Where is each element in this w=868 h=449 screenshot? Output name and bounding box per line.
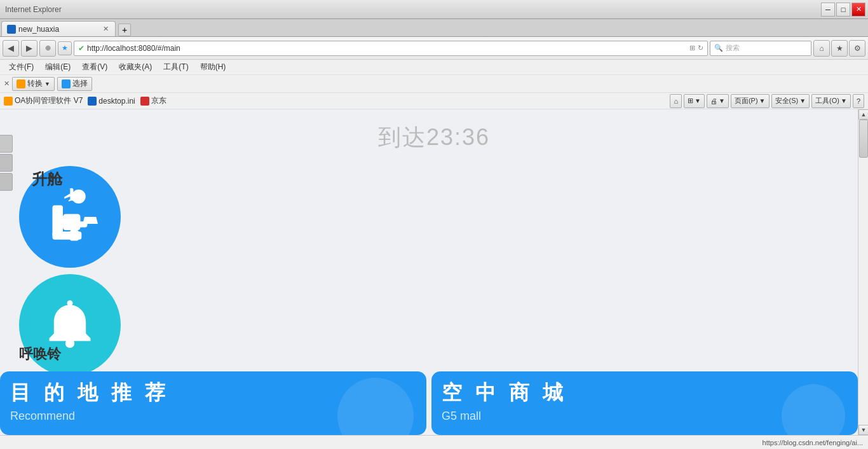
tools-button[interactable]: 工具(O) ▼ bbox=[811, 94, 851, 108]
page-label: 页面(P) bbox=[735, 96, 758, 106]
scroll-up-button[interactable]: ▲ bbox=[858, 109, 868, 120]
bookmark-oa-icon bbox=[4, 97, 13, 106]
scrollbar-thumb-area bbox=[858, 120, 868, 425]
left-tabs bbox=[0, 135, 13, 191]
left-tab-1[interactable] bbox=[0, 135, 13, 153]
right-controls: ⌂ ⊞ ▼ 🖨 ▼ 页面(P) ▼ 安全(S) ▼ 工具(O) ▼ bbox=[670, 94, 864, 108]
close-button[interactable]: ✕ bbox=[851, 3, 865, 17]
status-bar: https://blog.csdn.net/fenging/ai... bbox=[0, 435, 868, 449]
new-tab-button[interactable]: + bbox=[118, 24, 131, 36]
url-text: http://localhost:8080/#/main bbox=[87, 44, 687, 53]
bookmark-desktop[interactable]: desktop.ini bbox=[88, 97, 135, 106]
bookmark-desktop-label: desktop.ini bbox=[98, 97, 135, 106]
refresh-icon: ↻ bbox=[698, 44, 703, 52]
convert-icon bbox=[17, 79, 25, 88]
menu-help[interactable]: 帮助(H) bbox=[195, 60, 231, 74]
svg-point-6 bbox=[65, 339, 74, 348]
title-bar-controls: ─ □ ✕ bbox=[821, 3, 865, 17]
home-nav-button[interactable]: ⌂ bbox=[813, 40, 830, 57]
feed-button[interactable]: ⊞ ▼ bbox=[684, 94, 705, 108]
print-dropdown: ▼ bbox=[719, 97, 725, 104]
left-tab-3[interactable] bbox=[0, 173, 13, 191]
tools-label: 工具(O) bbox=[815, 96, 839, 106]
menu-tools[interactable]: 工具(T) bbox=[158, 60, 193, 74]
scrollbar-thumb[interactable] bbox=[859, 120, 868, 158]
home-right-icon: ⌂ bbox=[674, 97, 678, 105]
help-button[interactable]: ? bbox=[853, 94, 864, 108]
menu-file[interactable]: 文件(F) bbox=[4, 60, 39, 74]
tools-dropdown: ▼ bbox=[841, 97, 847, 104]
menu-bar: 文件(F) 编辑(E) 查看(V) 收藏夹(A) 工具(T) 帮助(H) bbox=[0, 60, 868, 75]
refresh-stop-button[interactable]: ⊕ bbox=[39, 40, 56, 57]
browser-tab[interactable]: new_huaxia ✕ bbox=[1, 21, 116, 36]
close-toolbar-icon[interactable]: ✕ bbox=[4, 79, 10, 88]
search-box[interactable]: 🔍 搜索 bbox=[710, 41, 811, 56]
back-button[interactable]: ◀ bbox=[3, 40, 19, 57]
feed-icon: ⊞ bbox=[688, 97, 693, 105]
settings-nav-button[interactable]: ⚙ bbox=[849, 40, 865, 57]
favorites-nav-button[interactable]: ★ bbox=[831, 40, 848, 57]
print-icon: 🖨 bbox=[710, 97, 717, 105]
safety-label: 安全(S) bbox=[775, 96, 799, 106]
search-placeholder: 搜索 bbox=[726, 43, 740, 53]
tab-favicon bbox=[7, 25, 16, 34]
minimize-button[interactable]: ─ bbox=[821, 3, 835, 17]
page-dropdown: ▼ bbox=[759, 97, 766, 104]
tab-close-button[interactable]: ✕ bbox=[101, 25, 110, 34]
home-right-button[interactable]: ⌂ bbox=[670, 94, 682, 108]
restore-button[interactable]: □ bbox=[836, 3, 850, 17]
select-label: 选择 bbox=[72, 78, 88, 89]
bookmark-desktop-icon bbox=[88, 97, 97, 106]
safety-dropdown: ▼ bbox=[799, 97, 806, 104]
scrollbar: ▲ ▼ bbox=[858, 109, 868, 435]
bookmark-oa[interactable]: OA协同管理软件 V7 bbox=[4, 95, 83, 106]
print-button[interactable]: 🖨 ▼ bbox=[707, 94, 729, 108]
bookmark-jd-label: 京东 bbox=[151, 95, 166, 106]
bookmark-jd-icon bbox=[140, 97, 149, 106]
left-tab-2[interactable] bbox=[0, 154, 13, 172]
call-bell-label: 呼唤铃 bbox=[19, 345, 61, 364]
nav-bar: ◀ ▶ ⊕ ★ ✔ http://localhost:8080/#/main ⊞… bbox=[0, 37, 868, 60]
favorites-icon[interactable]: ★ bbox=[58, 41, 72, 55]
content-area: 到达23:36 bbox=[0, 109, 868, 435]
select-icon bbox=[62, 79, 71, 88]
bookmarks-bar: OA协同管理软件 V7 desktop.ini 京东 ⌂ ⊞ ▼ 🖨 ▼ 页面( bbox=[0, 93, 868, 109]
bookmark-jd[interactable]: 京东 bbox=[140, 95, 166, 106]
select-button[interactable]: 选择 bbox=[57, 77, 92, 91]
svg-rect-5 bbox=[70, 230, 79, 241]
arrival-time: 到达23:36 bbox=[13, 122, 855, 153]
title-bar: Internet Explorer ─ □ ✕ bbox=[0, 0, 868, 19]
menu-favorites[interactable]: 收藏夹(A) bbox=[114, 60, 157, 74]
toolbar: ✕ 转换 ▼ 选择 bbox=[0, 75, 868, 93]
status-url: https://blog.csdn.net/fenging/ai... bbox=[763, 439, 863, 446]
icons-column: 升舱 bbox=[13, 166, 855, 376]
destination-card[interactable]: 目 的 地 推 荐 Recommend bbox=[0, 371, 426, 435]
svg-point-7 bbox=[67, 300, 73, 306]
search-icon: 🔍 bbox=[714, 44, 723, 52]
tab-bar: new_huaxia ✕ + bbox=[0, 19, 868, 37]
mall-card[interactable]: 空 中 商 城 G5 mall bbox=[431, 371, 858, 435]
right-nav-buttons: ⌂ ★ ⚙ bbox=[813, 40, 865, 57]
scroll-down-button[interactable]: ▼ bbox=[858, 425, 868, 435]
main-content: 到达23:36 bbox=[0, 109, 868, 435]
convert-label: 转换 bbox=[27, 78, 43, 89]
feed-dropdown: ▼ bbox=[695, 97, 701, 104]
bottom-cards: 目 的 地 推 荐 Recommend 空 中 商 城 G5 mall bbox=[0, 371, 858, 435]
convert-dropdown-icon[interactable]: ▼ bbox=[44, 81, 50, 87]
page-button[interactable]: 页面(P) ▼ bbox=[731, 94, 770, 108]
compatibility-icon: ⊞ bbox=[689, 44, 695, 52]
menu-edit[interactable]: 编辑(E) bbox=[40, 60, 76, 74]
seat-svg bbox=[35, 182, 105, 252]
upgrade-label: 升舱 bbox=[32, 169, 62, 190]
address-bar[interactable]: ✔ http://localhost:8080/#/main ⊞ ↻ bbox=[74, 41, 708, 56]
tab-title: new_huaxia bbox=[18, 25, 98, 34]
help-label: ? bbox=[857, 97, 860, 105]
convert-button[interactable]: 转换 ▼ bbox=[12, 77, 55, 91]
ssl-icon: ✔ bbox=[78, 44, 85, 53]
menu-view[interactable]: 查看(V) bbox=[77, 60, 112, 74]
bookmark-oa-label: OA协同管理软件 V7 bbox=[15, 95, 83, 106]
safety-button[interactable]: 安全(S) ▼ bbox=[771, 94, 810, 108]
title-bar-text: Internet Explorer bbox=[5, 5, 62, 14]
browser-frame: Internet Explorer ─ □ ✕ new_huaxia ✕ + ◀… bbox=[0, 0, 868, 449]
forward-button[interactable]: ▶ bbox=[21, 40, 37, 57]
